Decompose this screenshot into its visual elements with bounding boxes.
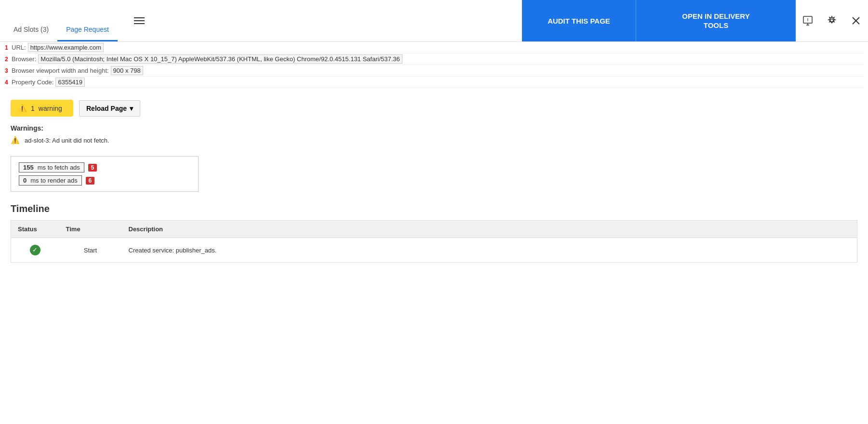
reload-page-chevron-icon: ▾ [130, 105, 133, 112]
timeline-table: Status Time Description ✓ Start Created … [11, 220, 857, 263]
warning-area: ⚠️ 1 warning Reload Page ▾ [11, 100, 857, 117]
open-delivery-tools-button[interactable]: OPEN IN DELIVERY TOOLS [636, 0, 796, 41]
col-header-description: Description [122, 221, 857, 238]
tabs-container: Ad Slots (3) Page Request [0, 0, 122, 41]
stats-box: 155 ms to fetch ads 5 0 ms to render ads… [11, 156, 199, 192]
hamburger-icon [134, 17, 145, 24]
stats-render-row: 0 ms to render ads 6 [19, 175, 190, 186]
col-header-status: Status [11, 221, 59, 238]
info-row-viewport: 3 Browser viewport width and height: 900… [5, 65, 863, 77]
stats-render-inner: 0 ms to render ads [19, 175, 82, 186]
fetch-ms-num: 155 [23, 164, 34, 171]
warning-item-text: ad-slot-3: Ad unit did not fetch. [25, 137, 109, 144]
render-ms-label: ms to render ads [30, 177, 78, 184]
delivery-button-line1: OPEN IN DELIVERY [682, 12, 749, 20]
render-ms-num: 0 [23, 177, 27, 184]
info-row-url: 1 URL: https://www.example.com [5, 42, 863, 53]
row-num-3: 3 [5, 67, 11, 74]
menu-icon-button[interactable] [127, 0, 151, 41]
timeline-row-0: ✓ Start Created service: publisher_ads. [11, 238, 857, 263]
timeline-thead: Status Time Description [11, 221, 857, 238]
header-actions: AUDIT THIS PAGE OPEN IN DELIVERY TOOLS ! [522, 0, 868, 41]
warning-badge-icon: ⚠️ [17, 104, 27, 113]
warning-badge: ⚠️ 1 warning [11, 100, 73, 117]
green-check-icon: ✓ [30, 245, 40, 255]
warning-item-icon: ⚠️ [11, 136, 20, 145]
svg-point-4 [830, 19, 834, 23]
tab-ad-slots[interactable]: Ad Slots (3) [5, 21, 57, 41]
row-num-1: 1 [5, 44, 11, 51]
feedback-icon: ! [802, 15, 813, 26]
timeline-tbody: ✓ Start Created service: publisher_ads. [11, 238, 857, 263]
col-header-time: Time [59, 221, 122, 238]
close-icon [852, 16, 860, 25]
property-label: Property Code: [12, 79, 53, 86]
info-row-browser: 2 Browser: Mozilla/5.0 (Macintosh; Intel… [5, 53, 863, 65]
content-area: 1 URL: https://www.example.com 2 Browser… [0, 42, 868, 263]
settings-icon-button[interactable] [820, 0, 844, 41]
reload-page-button[interactable]: Reload Page ▾ [79, 100, 140, 117]
warning-label: warning [39, 105, 62, 112]
fetch-badge: 5 [88, 164, 97, 172]
info-rows: 1 URL: https://www.example.com 2 Browser… [5, 42, 863, 88]
warning-item-0: ⚠️ ad-slot-3: Ad unit did not fetch. [11, 136, 857, 145]
svg-text:!: ! [807, 17, 809, 22]
header: Ad Slots (3) Page Request AUDIT THIS PAG… [0, 0, 868, 42]
url-label: URL: [12, 44, 26, 51]
fetch-ms-label: ms to fetch ads [38, 164, 80, 171]
stats-fetch-inner: 155 ms to fetch ads [19, 162, 84, 172]
feedback-icon-button[interactable]: ! [796, 0, 820, 41]
warning-count: 1 [31, 105, 35, 112]
timeline-desc-0: Created service: publisher_ads. [122, 238, 857, 263]
url-value: https://www.example.com [28, 43, 104, 52]
viewport-value: 900 x 798 [111, 66, 143, 75]
row-num-2: 2 [5, 56, 11, 63]
info-row-property: 4 Property Code: 6355419 [5, 77, 863, 88]
viewport-label: Browser viewport width and height: [12, 67, 109, 74]
warnings-section: Warnings: ⚠️ ad-slot-3: Ad unit did not … [11, 124, 857, 145]
stats-fetch-row: 155 ms to fetch ads 5 [19, 162, 190, 172]
gear-icon [827, 15, 837, 26]
browser-label: Browser: [12, 55, 36, 63]
timeline-time-0: Start [59, 238, 122, 263]
delivery-button-line2: TOOLS [704, 21, 728, 29]
render-badge: 6 [86, 177, 94, 185]
audit-this-page-button[interactable]: AUDIT THIS PAGE [522, 0, 636, 41]
property-value: 6355419 [55, 78, 85, 87]
close-icon-button[interactable] [844, 0, 868, 41]
timeline-title: Timeline [11, 203, 857, 214]
tab-page-request[interactable]: Page Request [57, 21, 118, 41]
reload-page-label: Reload Page [86, 105, 127, 112]
timeline-status-0: ✓ [11, 238, 59, 263]
timeline-section: Timeline Status Time Description ✓ Start… [11, 203, 857, 263]
browser-value: Mozilla/5.0 (Macintosh; Intel Mac OS X 1… [38, 54, 402, 64]
row-num-4: 4 [5, 79, 11, 86]
timeline-header-row: Status Time Description [11, 221, 857, 238]
warnings-title: Warnings: [11, 124, 857, 132]
